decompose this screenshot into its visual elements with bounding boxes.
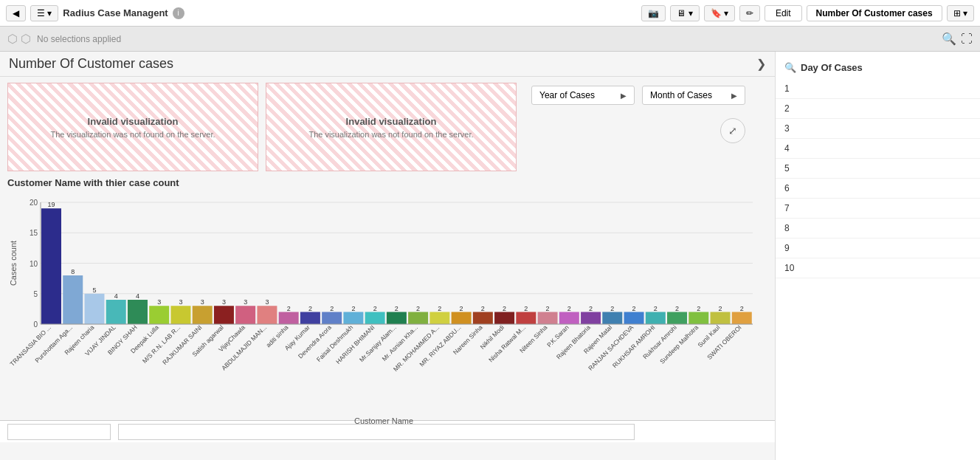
bar-rect[interactable] — [473, 312, 493, 325]
search-button[interactable]: 🔍 — [942, 32, 956, 46]
bar-rect[interactable] — [128, 300, 148, 324]
bar-rect[interactable] — [170, 306, 190, 324]
svg-text:3: 3 — [179, 298, 182, 306]
bar-rect[interactable] — [689, 312, 708, 325]
svg-text:2: 2 — [503, 305, 506, 312]
day-filter-item[interactable]: 10 — [776, 258, 980, 278]
bar-rect[interactable] — [408, 312, 428, 325]
bar-rect[interactable] — [41, 208, 61, 324]
svg-text:2: 2 — [740, 305, 744, 312]
svg-text:2: 2 — [610, 305, 614, 312]
left-panel: Number Of Customer cases ❯ Invalid visua… — [0, 52, 775, 460]
bar-rect[interactable] — [516, 312, 536, 325]
svg-text:2: 2 — [416, 305, 420, 312]
toolbar: ◀ ☰ ▾ Radius Case Managent i 📷 🖥 ▾ 🔖 ▾ ✏… — [0, 0, 980, 27]
info-icon[interactable]: i — [173, 7, 184, 19]
bar-rect[interactable] — [624, 312, 644, 325]
svg-text:0: 0 — [33, 320, 38, 329]
bar-rect[interactable] — [429, 312, 449, 325]
bar-rect[interactable] — [63, 275, 83, 324]
day-filter-item[interactable]: 3 — [776, 119, 980, 139]
bottom-box-2 — [118, 424, 635, 440]
selection-text: No selections applied — [37, 34, 936, 44]
year-dropdown[interactable]: Year of Cases ▶ — [531, 86, 635, 105]
bar-rect[interactable] — [343, 312, 363, 325]
bar-rect[interactable] — [300, 312, 320, 325]
svg-text:15: 15 — [30, 229, 38, 237]
bar-rect[interactable] — [452, 312, 472, 325]
fullscreen-button[interactable]: ⛶ — [961, 32, 973, 46]
bar-rect[interactable] — [646, 312, 666, 325]
bar-rect[interactable] — [279, 312, 299, 325]
bar-rect[interactable] — [602, 312, 622, 325]
back-button[interactable]: ◀ — [6, 5, 26, 21]
svg-text:Nisha Ratwal M...: Nisha Ratwal M... — [487, 323, 527, 363]
bar-rect[interactable] — [365, 312, 385, 325]
bar-rect[interactable] — [732, 312, 752, 325]
day-filter-item[interactable]: 6 — [776, 179, 980, 199]
toolbar-left: ◀ ☰ ▾ Radius Case Managent i — [6, 5, 635, 21]
bottom-box-1 — [7, 424, 111, 440]
selection-right: 🔍 ⛶ — [942, 32, 973, 46]
viz-box-1: Invalid visualization The visualization … — [7, 83, 258, 171]
svg-text:8: 8 — [71, 268, 75, 275]
svg-text:2: 2 — [654, 305, 658, 312]
bar-rect[interactable] — [235, 306, 255, 324]
chart-section: Customer Name with thier case count 0510… — [0, 171, 775, 420]
bar-rect[interactable] — [387, 312, 407, 325]
display-button[interactable]: 🖥 ▾ — [670, 5, 699, 21]
bar-rect[interactable] — [494, 312, 514, 325]
bar-rect[interactable] — [106, 300, 126, 324]
svg-text:5: 5 — [92, 286, 96, 294]
pencil-button[interactable]: ✏ — [739, 5, 760, 21]
bar-rect[interactable] — [257, 306, 277, 324]
svg-text:2: 2 — [287, 305, 291, 312]
bar-rect[interactable] — [559, 312, 579, 325]
bar-rect[interactable] — [214, 306, 234, 324]
select-icon-2: ⬡ — [21, 32, 31, 46]
sheet-name-button[interactable]: Number Of Customer cases — [807, 5, 942, 21]
svg-text:3: 3 — [265, 298, 269, 306]
grid-button[interactable]: ⊞ ▾ — [947, 5, 974, 21]
svg-text:2: 2 — [438, 305, 441, 312]
svg-text:2: 2 — [460, 305, 463, 312]
svg-text:Cases count: Cases count — [9, 241, 18, 286]
svg-text:2: 2 — [632, 305, 636, 312]
bar-rect[interactable] — [193, 306, 213, 324]
day-filter-item[interactable]: 8 — [776, 219, 980, 238]
svg-text:RAJKUMAR SAINI: RAJKUMAR SAINI — [161, 323, 204, 366]
svg-text:20: 20 — [30, 199, 38, 207]
chart-container: 05101520Cases count19TRANSASIA BIO ...8P… — [7, 191, 760, 420]
bar-rect[interactable] — [322, 312, 342, 325]
page-expand-icon[interactable]: ❯ — [756, 57, 766, 71]
bar-rect[interactable] — [538, 312, 558, 325]
day-filter-item[interactable]: 7 — [776, 199, 980, 219]
svg-text:2: 2 — [395, 305, 398, 312]
day-filter-item[interactable]: 9 — [776, 238, 980, 258]
day-filter-item[interactable]: 2 — [776, 99, 980, 119]
expand-circle-button[interactable]: ⤢ — [720, 118, 745, 143]
day-filter-item[interactable]: 1 — [776, 79, 980, 99]
bar-rect[interactable] — [149, 306, 169, 324]
bar-rect[interactable] — [84, 294, 104, 324]
bar-rect[interactable] — [667, 312, 687, 325]
day-filter-header: 🔍 Day Of Cases — [776, 58, 980, 79]
bookmark-button[interactable]: 🔖 ▾ — [704, 5, 735, 21]
svg-text:19: 19 — [47, 201, 55, 208]
day-filter-item[interactable]: 5 — [776, 159, 980, 179]
viz-box-2: Invalid visualization The visualization … — [266, 83, 517, 171]
svg-text:3: 3 — [201, 298, 204, 306]
month-dropdown[interactable]: Month of Cases ▶ — [642, 86, 745, 105]
svg-text:3: 3 — [157, 298, 161, 306]
day-filter-list: 12345678910 — [776, 79, 980, 278]
day-filter-item[interactable]: 4 — [776, 139, 980, 159]
svg-text:2: 2 — [719, 305, 722, 312]
day-search-icon[interactable]: 🔍 — [784, 62, 796, 73]
bar-rect[interactable] — [711, 312, 731, 325]
edit-button[interactable]: Edit — [765, 5, 802, 21]
bar-rect[interactable] — [581, 312, 601, 325]
app-title: Radius Case Managent — [63, 7, 168, 18]
viz-invalid-msg-1: The visualization was not found on the s… — [50, 130, 215, 139]
menu-button[interactable]: ☰ ▾ — [30, 5, 58, 21]
camera-button[interactable]: 📷 — [641, 5, 666, 21]
